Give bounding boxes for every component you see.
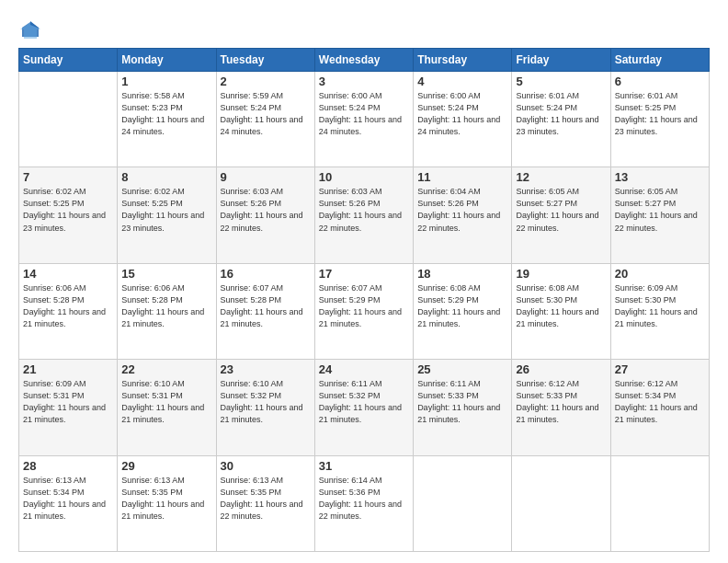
day-detail: Sunrise: 6:00 AMSunset: 5:24 PMDaylight:… [319,90,409,138]
calendar-week-row: 21Sunrise: 6:09 AMSunset: 5:31 PMDayligh… [19,360,710,455]
day-number: 26 [516,362,606,376]
day-number: 2 [221,75,311,88]
day-detail: Sunrise: 6:08 AMSunset: 5:29 PMDaylight:… [417,282,507,330]
day-detail: Sunrise: 6:09 AMSunset: 5:31 PMDaylight:… [23,378,113,426]
calendar-day-header: Thursday [414,49,512,72]
day-number: 21 [23,362,113,376]
calendar-cell: 5Sunrise: 6:01 AMSunset: 5:24 PMDaylight… [512,72,610,167]
day-number: 23 [221,362,311,376]
calendar-cell [610,455,709,551]
calendar-cell: 4Sunrise: 6:00 AMSunset: 5:24 PMDaylight… [414,72,512,167]
day-number: 29 [121,459,211,473]
calendar-week-row: 1Sunrise: 5:58 AMSunset: 5:23 PMDaylight… [19,72,710,167]
calendar-cell: 20Sunrise: 6:09 AMSunset: 5:30 PMDayligh… [610,263,709,359]
calendar-cell: 27Sunrise: 6:12 AMSunset: 5:34 PMDayligh… [610,360,709,455]
calendar-cell: 17Sunrise: 6:07 AMSunset: 5:29 PMDayligh… [314,263,413,359]
calendar-cell: 15Sunrise: 6:06 AMSunset: 5:28 PMDayligh… [118,263,216,359]
day-number: 5 [516,75,606,88]
calendar-cell: 25Sunrise: 6:11 AMSunset: 5:33 PMDayligh… [414,360,512,455]
page: SundayMondayTuesdayWednesdayThursdayFrid… [0,0,728,563]
day-number: 16 [221,267,311,281]
calendar-cell: 7Sunrise: 6:02 AMSunset: 5:25 PMDaylight… [19,167,118,263]
calendar-header-row: SundayMondayTuesdayWednesdayThursdayFrid… [19,49,710,72]
calendar-cell: 18Sunrise: 6:08 AMSunset: 5:29 PMDayligh… [414,263,512,359]
calendar-week-row: 14Sunrise: 6:06 AMSunset: 5:28 PMDayligh… [19,263,710,359]
calendar-cell: 30Sunrise: 6:13 AMSunset: 5:35 PMDayligh… [216,455,314,551]
day-number: 1 [121,75,211,88]
calendar-cell: 26Sunrise: 6:12 AMSunset: 5:33 PMDayligh… [512,360,610,455]
day-detail: Sunrise: 6:08 AMSunset: 5:30 PMDaylight:… [516,282,606,330]
day-detail: Sunrise: 6:07 AMSunset: 5:28 PMDaylight:… [221,282,311,330]
day-detail: Sunrise: 6:02 AMSunset: 5:25 PMDaylight:… [23,186,113,234]
day-detail: Sunrise: 6:01 AMSunset: 5:24 PMDaylight:… [516,90,606,138]
day-number: 15 [121,267,211,281]
calendar-cell: 8Sunrise: 6:02 AMSunset: 5:25 PMDaylight… [118,167,216,263]
day-number: 31 [319,459,409,473]
day-detail: Sunrise: 6:04 AMSunset: 5:26 PMDaylight:… [417,186,507,234]
day-detail: Sunrise: 6:12 AMSunset: 5:33 PMDaylight:… [516,378,606,426]
calendar-cell: 10Sunrise: 6:03 AMSunset: 5:26 PMDayligh… [314,167,413,263]
header [18,17,710,40]
day-number: 9 [221,170,311,184]
day-number: 27 [615,362,705,376]
calendar-cell [19,72,118,167]
calendar-cell: 2Sunrise: 5:59 AMSunset: 5:24 PMDaylight… [216,72,314,167]
calendar-cell: 21Sunrise: 6:09 AMSunset: 5:31 PMDayligh… [19,360,118,455]
day-number: 24 [319,362,409,376]
calendar-cell: 14Sunrise: 6:06 AMSunset: 5:28 PMDayligh… [19,263,118,359]
day-detail: Sunrise: 6:12 AMSunset: 5:34 PMDaylight:… [615,378,705,426]
day-detail: Sunrise: 5:59 AMSunset: 5:24 PMDaylight:… [221,90,311,138]
calendar-cell: 28Sunrise: 6:13 AMSunset: 5:34 PMDayligh… [19,455,118,551]
calendar-cell: 29Sunrise: 6:13 AMSunset: 5:35 PMDayligh… [118,455,216,551]
day-detail: Sunrise: 6:11 AMSunset: 5:33 PMDaylight:… [417,378,507,426]
day-detail: Sunrise: 6:01 AMSunset: 5:25 PMDaylight:… [615,90,705,138]
day-number: 11 [417,170,507,184]
calendar-week-row: 7Sunrise: 6:02 AMSunset: 5:25 PMDaylight… [19,167,710,263]
day-detail: Sunrise: 6:02 AMSunset: 5:25 PMDaylight:… [121,186,211,234]
day-detail: Sunrise: 6:05 AMSunset: 5:27 PMDaylight:… [516,186,606,234]
day-detail: Sunrise: 6:14 AMSunset: 5:36 PMDaylight:… [319,475,409,523]
day-detail: Sunrise: 6:00 AMSunset: 5:24 PMDaylight:… [417,90,507,138]
calendar-cell: 12Sunrise: 6:05 AMSunset: 5:27 PMDayligh… [512,167,610,263]
calendar-cell [414,455,512,551]
calendar-cell: 1Sunrise: 5:58 AMSunset: 5:23 PMDaylight… [118,72,216,167]
day-detail: Sunrise: 6:13 AMSunset: 5:35 PMDaylight:… [221,475,311,523]
day-number: 7 [23,170,113,184]
day-number: 12 [516,170,606,184]
calendar-cell: 11Sunrise: 6:04 AMSunset: 5:26 PMDayligh… [414,167,512,263]
calendar-cell: 22Sunrise: 6:10 AMSunset: 5:31 PMDayligh… [118,360,216,455]
calendar-cell: 3Sunrise: 6:00 AMSunset: 5:24 PMDaylight… [314,72,413,167]
calendar-table: SundayMondayTuesdayWednesdayThursdayFrid… [18,48,710,552]
day-detail: Sunrise: 6:10 AMSunset: 5:32 PMDaylight:… [221,378,311,426]
day-number: 6 [615,75,705,88]
day-number: 30 [221,459,311,473]
calendar-cell: 23Sunrise: 6:10 AMSunset: 5:32 PMDayligh… [216,360,314,455]
day-number: 8 [121,170,211,184]
day-number: 14 [23,267,113,281]
calendar-cell: 9Sunrise: 6:03 AMSunset: 5:26 PMDaylight… [216,167,314,263]
day-number: 3 [319,75,409,88]
day-number: 22 [121,362,211,376]
calendar-day-header: Sunday [19,49,118,72]
calendar-cell: 31Sunrise: 6:14 AMSunset: 5:36 PMDayligh… [314,455,413,551]
day-number: 28 [23,459,113,473]
calendar-cell: 19Sunrise: 6:08 AMSunset: 5:30 PMDayligh… [512,263,610,359]
day-number: 13 [615,170,705,184]
day-detail: Sunrise: 6:06 AMSunset: 5:28 PMDaylight:… [121,282,211,330]
day-detail: Sunrise: 6:09 AMSunset: 5:30 PMDaylight:… [615,282,705,330]
day-detail: Sunrise: 6:06 AMSunset: 5:28 PMDaylight:… [23,282,113,330]
day-number: 20 [615,267,705,281]
day-number: 19 [516,267,606,281]
day-number: 17 [319,267,409,281]
calendar-cell: 24Sunrise: 6:11 AMSunset: 5:32 PMDayligh… [314,360,413,455]
calendar-week-row: 28Sunrise: 6:13 AMSunset: 5:34 PMDayligh… [19,455,710,551]
day-detail: Sunrise: 6:13 AMSunset: 5:35 PMDaylight:… [121,475,211,523]
calendar-day-header: Saturday [610,49,709,72]
day-detail: Sunrise: 6:05 AMSunset: 5:27 PMDaylight:… [615,186,705,234]
day-number: 4 [417,75,507,88]
calendar-day-header: Friday [512,49,610,72]
calendar-day-header: Wednesday [314,49,413,72]
day-detail: Sunrise: 6:07 AMSunset: 5:29 PMDaylight:… [319,282,409,330]
day-detail: Sunrise: 5:58 AMSunset: 5:23 PMDaylight:… [121,90,211,138]
calendar-cell: 13Sunrise: 6:05 AMSunset: 5:27 PMDayligh… [610,167,709,263]
